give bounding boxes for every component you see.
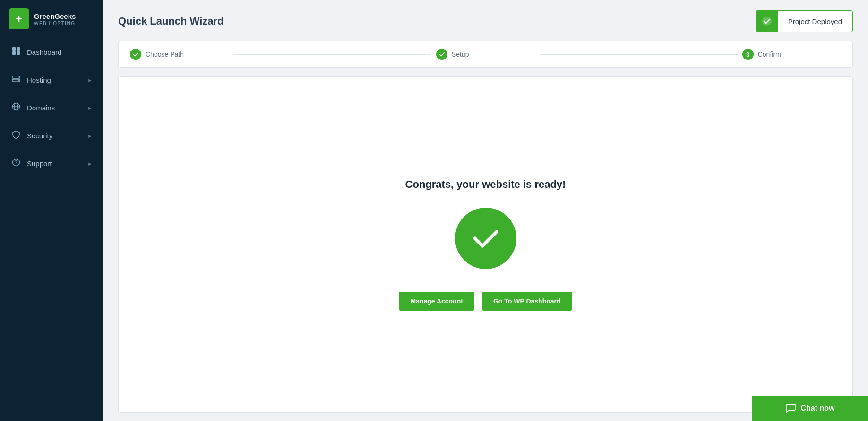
go-to-wp-dashboard-button[interactable]: Go To WP Dashboard [482, 292, 572, 311]
manage-account-button[interactable]: Manage Account [399, 292, 474, 311]
sidebar: + GreenGeeks WEB HOSTING Dashboard Hosti… [0, 0, 103, 421]
hosting-icon [12, 75, 20, 85]
content-area: Congrats, your website is ready! Manage … [118, 76, 853, 413]
step-divider-2 [540, 54, 738, 55]
action-buttons: Manage Account Go To WP Dashboard [399, 292, 572, 311]
domains-icon [12, 102, 20, 113]
svg-rect-1 [17, 47, 20, 51]
main-content: Quick Launch Wizard Project Deployed Cho… [103, 0, 868, 421]
logo-text: GreenGeeks [34, 12, 76, 21]
chat-now-label: Chat now [801, 404, 835, 413]
svg-rect-3 [17, 51, 20, 55]
step-setup: Setup [436, 49, 535, 60]
topbar: Quick Launch Wizard Project Deployed [103, 0, 868, 37]
security-icon [12, 130, 20, 141]
step-label-1: Choose Path [146, 51, 184, 58]
sidebar-item-security[interactable]: Security ► [0, 122, 103, 150]
logo-icon: + [9, 8, 29, 29]
sidebar-label-security: Security [27, 132, 52, 140]
sidebar-label-hosting: Hosting [27, 76, 51, 84]
step-check-1 [130, 49, 141, 60]
support-icon: ? [12, 158, 20, 169]
support-arrow-icon: ► [87, 161, 93, 167]
badge-check-icon [756, 10, 778, 32]
step-number-3: 3 [742, 49, 754, 60]
page-title: Quick Launch Wizard [118, 15, 224, 27]
sidebar-label-dashboard: Dashboard [27, 48, 61, 56]
logo-sub: WEB HOSTING [34, 21, 76, 26]
steps-bar: Choose Path Setup 3 Confirm [118, 41, 853, 68]
chat-now-button[interactable]: Chat now [752, 396, 868, 421]
step-label-3: Confirm [758, 51, 781, 58]
svg-point-6 [18, 77, 19, 78]
congrats-title: Congrats, your website is ready! [405, 178, 566, 191]
sidebar-item-dashboard[interactable]: Dashboard [0, 38, 103, 66]
svg-point-7 [18, 80, 19, 81]
sidebar-item-domains[interactable]: Domains ► [0, 94, 103, 122]
sidebar-item-hosting[interactable]: Hosting ► [0, 66, 103, 94]
sidebar-label-support: Support [27, 160, 52, 168]
step-confirm: 3 Confirm [742, 49, 841, 60]
sidebar-logo: + GreenGeeks WEB HOSTING [0, 0, 103, 38]
step-choose-path: Choose Path [130, 49, 229, 60]
step-divider-1 [233, 54, 431, 55]
domains-arrow-icon: ► [87, 105, 93, 111]
security-arrow-icon: ► [87, 133, 93, 139]
sidebar-label-domains: Domains [27, 104, 55, 112]
project-deployed-badge: Project Deployed [756, 10, 853, 32]
big-checkmark-icon [455, 208, 516, 269]
sidebar-item-support[interactable]: ? Support ► [0, 150, 103, 177]
dashboard-icon [12, 47, 20, 58]
svg-text:?: ? [15, 160, 17, 165]
svg-rect-2 [12, 51, 16, 55]
step-label-2: Setup [452, 51, 469, 58]
logo-plus: + [16, 12, 22, 25]
badge-text: Project Deployed [778, 17, 852, 25]
step-check-2 [436, 49, 447, 60]
svg-rect-0 [12, 47, 16, 51]
hosting-arrow-icon: ► [87, 77, 93, 83]
